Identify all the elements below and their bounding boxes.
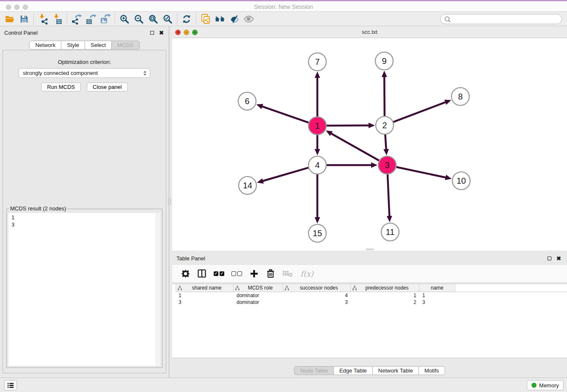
- graph-node-label: 10: [457, 176, 466, 185]
- import-network-icon: [38, 14, 49, 25]
- add-row-button[interactable]: [249, 268, 259, 279]
- copy-network-style-button[interactable]: [198, 13, 213, 25]
- graph-edge-3-10[interactable]: [396, 167, 447, 178]
- refresh-icon: [182, 14, 192, 24]
- zoom-in-button[interactable]: [117, 13, 132, 25]
- show-all-button[interactable]: [242, 13, 256, 25]
- export-table-button[interactable]: [84, 13, 98, 25]
- table-cell[interactable]: 4: [283, 293, 351, 298]
- table-panel: Table Panel ✖ ✓ ✓: [172, 252, 567, 377]
- export-image-button[interactable]: [98, 13, 113, 25]
- trash-icon: [266, 269, 275, 278]
- select-all-button[interactable]: ✓ ✓: [214, 268, 224, 279]
- column-header[interactable]: name: [419, 284, 455, 292]
- column-header[interactable]: shared name: [176, 284, 234, 292]
- float-table-panel-icon[interactable]: [548, 257, 551, 260]
- float-panel-icon[interactable]: [150, 31, 154, 35]
- table-settings-button[interactable]: [181, 268, 190, 279]
- memory-status-dot: [531, 383, 537, 388]
- tab-node-table[interactable]: Node Table: [294, 366, 334, 375]
- table-cell[interactable]: 1: [351, 293, 419, 298]
- graph-edge-arrowhead: [315, 217, 320, 224]
- export-table-icon: [85, 14, 96, 25]
- graph-edge-arrowhead: [256, 104, 263, 109]
- show-columns-button[interactable]: [197, 268, 206, 279]
- graph-edge-2-3[interactable]: [385, 135, 386, 151]
- table-cell[interactable]: 3: [283, 299, 351, 305]
- tab-network[interactable]: Network: [29, 41, 61, 50]
- first-neighbors-button[interactable]: [213, 13, 227, 25]
- graph-edge-2-8[interactable]: [394, 102, 447, 122]
- network-canvas[interactable]: 7968124314101511: [172, 38, 567, 251]
- app-window: Session: New Session: [0, 0, 567, 392]
- table-cell[interactable]: 3: [419, 299, 455, 305]
- tab-mcds[interactable]: MCDS: [112, 41, 139, 50]
- export-network-button[interactable]: [69, 13, 84, 25]
- table-cell[interactable]: dominator: [234, 299, 283, 305]
- table-panel-title: Table Panel: [176, 255, 548, 262]
- main-toolbar: [0, 12, 567, 26]
- table-cell[interactable]: 3: [176, 299, 234, 305]
- tab-select[interactable]: Select: [85, 41, 112, 50]
- tab-style[interactable]: Style: [61, 41, 85, 50]
- graph-edge-3-1[interactable]: [330, 133, 379, 161]
- import-network-button[interactable]: [36, 13, 50, 25]
- graph-node-label: 14: [243, 181, 252, 190]
- graph-edge-3-11[interactable]: [388, 174, 390, 218]
- panel-splitter-handle[interactable]: [168, 198, 171, 205]
- zoom-out-button[interactable]: [132, 13, 146, 25]
- result-scrollbar[interactable]: [156, 213, 160, 366]
- graph-edge-1-6[interactable]: [261, 106, 308, 123]
- table-cell[interactable]: 1: [419, 293, 455, 298]
- open-session-button[interactable]: [3, 13, 17, 25]
- toolbar-separator: [67, 14, 67, 25]
- unchecked-box-icon: [237, 271, 242, 276]
- graph-edge-2-9[interactable]: [384, 75, 385, 116]
- node-table-body: 1dominator4113dominator323: [172, 292, 567, 306]
- show-panels-button[interactable]: [4, 380, 17, 390]
- mcds-result-textarea[interactable]: 1 3: [8, 213, 160, 366]
- table-toolbar: ✓ ✓ f(x): [172, 264, 567, 283]
- hide-selected-button[interactable]: [227, 13, 242, 25]
- delete-table-button[interactable]: [282, 268, 293, 279]
- save-session-button[interactable]: [17, 13, 31, 25]
- deselect-all-button[interactable]: [231, 268, 242, 279]
- toolbar-separator: [196, 14, 196, 25]
- function-builder-button[interactable]: f(x): [300, 268, 314, 279]
- control-panel-title: Control Panel: [4, 30, 150, 36]
- table-cell[interactable]: dominator: [234, 293, 283, 298]
- memory-button[interactable]: Memory: [527, 380, 564, 390]
- column-header[interactable]: successor nodes: [283, 284, 351, 292]
- close-table-panel-icon[interactable]: ✖: [556, 256, 561, 261]
- refresh-view-button[interactable]: [179, 13, 194, 25]
- mcds-result-title: MCDS result (2 nodes): [9, 205, 67, 212]
- column-header[interactable]: MCDS role: [234, 284, 283, 292]
- table-panel-tabs: Node Table Edge Table Network Table Moti…: [172, 366, 567, 375]
- zoom-selected-button[interactable]: [160, 13, 175, 25]
- tab-network-table[interactable]: Network Table: [373, 366, 419, 375]
- import-table-button[interactable]: [50, 13, 65, 25]
- zoom-fit-button[interactable]: [146, 13, 160, 25]
- close-panel-button[interactable]: Close panel: [87, 83, 128, 91]
- run-mcds-button[interactable]: Run MCDS: [41, 83, 81, 91]
- table-row[interactable]: 3dominator323: [176, 299, 567, 306]
- table-cell[interactable]: 1: [176, 293, 234, 298]
- list-icon: [7, 381, 14, 389]
- tab-motifs[interactable]: Motifs: [419, 366, 445, 375]
- toolbar-separator: [33, 14, 34, 25]
- search-input[interactable]: [452, 15, 561, 23]
- column-header-label: MCDS role: [239, 285, 281, 291]
- export-image-icon: [100, 14, 111, 25]
- tab-edge-table[interactable]: Edge Table: [334, 366, 373, 375]
- table-row[interactable]: 1dominator411: [176, 292, 567, 299]
- delete-row-button[interactable]: [266, 268, 275, 279]
- column-header[interactable]: predecessor nodes: [351, 284, 419, 292]
- table-cell[interactable]: 2: [351, 299, 419, 305]
- graph-edge-1-2[interactable]: [327, 125, 370, 126]
- graph-edge-4-14[interactable]: [261, 168, 308, 181]
- close-panel-icon[interactable]: ✖: [159, 30, 164, 36]
- select-stepper-icon: [143, 70, 147, 77]
- canvas-hscroll-handle[interactable]: [366, 248, 374, 250]
- network-titlebar: ✕ − + scc.txt: [172, 26, 567, 38]
- optimization-criterion-select[interactable]: strongly connected component: [19, 68, 150, 78]
